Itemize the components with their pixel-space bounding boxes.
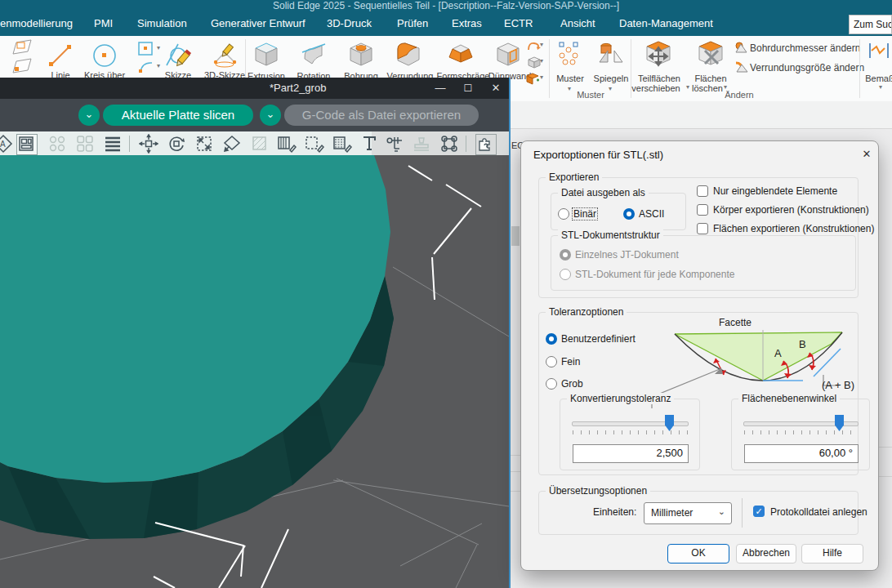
ribbon-button-rechteck[interactable]: ▾ bbox=[137, 41, 162, 60]
sketch-plane-icon bbox=[11, 57, 34, 75]
ribbon-button-spiegeln[interactable] bbox=[595, 39, 627, 75]
tab-ansicht[interactable]: Ansicht bbox=[560, 11, 595, 36]
ribbon-button-wendel[interactable]: ▾ bbox=[526, 39, 542, 57]
checkbox-protokolldatei-label[interactable]: Protokolldatei anlegen bbox=[770, 506, 867, 518]
toolbar-transform-button[interactable] bbox=[439, 134, 459, 154]
units-label: Einheiten: bbox=[593, 506, 636, 518]
radio-stl-pro-komponente-label[interactable]: STL-Dokument für jede Komponente bbox=[575, 269, 734, 280]
ribbon-button-bohrung[interactable] bbox=[346, 39, 376, 74]
toolbar-measure-button[interactable] bbox=[384, 134, 404, 154]
export-options-chevron-button[interactable]: ⌄ bbox=[260, 105, 281, 126]
tab-pmi[interactable]: PMI bbox=[94, 11, 113, 36]
angle-value-field[interactable]: 60,00 ° bbox=[744, 444, 859, 463]
units-select[interactable]: Millimeter ⌄ bbox=[644, 502, 732, 524]
checkbox-nur-eingeblendete-label[interactable]: Nur eingeblendete Elemente bbox=[713, 185, 837, 197]
conversion-slider-thumb[interactable] bbox=[665, 415, 674, 431]
side-scrollbar-thumb[interactable] bbox=[511, 226, 520, 246]
checkbox-koerper-exportieren[interactable] bbox=[697, 204, 708, 216]
toolbar-pattern-squares-button[interactable] bbox=[75, 134, 95, 154]
tab-extras[interactable]: Extras bbox=[452, 11, 482, 36]
toolbar-layers-button[interactable] bbox=[103, 134, 123, 154]
radio-binaer[interactable] bbox=[558, 208, 569, 220]
conversion-tolerance-label: Konvertierungstoleranz bbox=[567, 393, 674, 404]
ribbon-button-bemassung[interactable] bbox=[867, 41, 890, 64]
slice-options-chevron-button[interactable]: ⌄ bbox=[78, 105, 100, 126]
radio-einzelnes-jt-dokument-label[interactable]: Einzelnes JT-Dokument bbox=[575, 249, 679, 261]
ribbon-button-3d-skizze[interactable] bbox=[209, 41, 240, 74]
maximize-button[interactable]: ☐ bbox=[456, 78, 480, 99]
toolbar-pattern-circles-button[interactable] bbox=[47, 134, 67, 154]
conversion-value-field[interactable]: 2,500 bbox=[573, 444, 689, 463]
micrometer-icon bbox=[384, 134, 405, 154]
ribbon-button-formschraege[interactable] bbox=[446, 39, 475, 74]
toolbar-pan-button[interactable] bbox=[139, 134, 158, 154]
angle-slider-thumb[interactable] bbox=[835, 415, 844, 431]
close-button[interactable]: ✕ bbox=[484, 78, 508, 99]
cancel-button[interactable]: Abbrechen bbox=[736, 544, 796, 564]
puzzle-icon bbox=[476, 135, 494, 153]
ribbon-button-skizze[interactable] bbox=[163, 41, 194, 74]
export-gcode-button[interactable]: G-Code als Datei exportieren bbox=[284, 105, 479, 126]
ribbon-button-duennwand[interactable] bbox=[493, 39, 523, 74]
help-button[interactable]: Hilfe bbox=[801, 544, 863, 564]
checkbox-nur-eingeblendete[interactable] bbox=[697, 185, 708, 197]
ribbon-button-verrundung[interactable] bbox=[394, 39, 423, 74]
ribbon-button-rotation[interactable] bbox=[299, 39, 328, 74]
ribbon-button-sketch-plane-2[interactable] bbox=[11, 57, 34, 78]
checkbox-protokolldatei[interactable]: ✓ bbox=[753, 506, 765, 517]
ok-button[interactable]: OK bbox=[667, 544, 729, 564]
checkbox-flaechen-exportieren[interactable] bbox=[697, 223, 708, 234]
radio-benutzerdefiniert[interactable] bbox=[546, 333, 557, 345]
ribbon-button-teilflaechen-verschieben[interactable] bbox=[642, 38, 675, 76]
ribbon-button-muster[interactable] bbox=[555, 39, 585, 75]
view-toolbar: A bbox=[0, 131, 509, 155]
checkbox-flaechen-exportieren-label[interactable]: Flächen exportieren (Konstruktionen) bbox=[713, 223, 874, 234]
toolbar-paint-wall-button[interactable] bbox=[276, 134, 296, 154]
radio-binaer-label[interactable]: Binär bbox=[573, 208, 597, 220]
ribbon-button-kreis[interactable] bbox=[90, 41, 119, 74]
radio-grob[interactable] bbox=[546, 378, 557, 390]
tab-3d-druck[interactable]: 3D-Druck bbox=[327, 11, 372, 36]
tab-simulation[interactable]: Simulation bbox=[137, 11, 187, 36]
radio-fein-label[interactable]: Fein bbox=[561, 356, 580, 368]
radio-benutzerdefiniert-label[interactable]: Benutzerdefiniert bbox=[561, 333, 636, 345]
viewport-3d[interactable] bbox=[0, 155, 509, 588]
toolbar-paint-dashed-button[interactable] bbox=[304, 134, 323, 154]
tab-ectr[interactable]: ECTR bbox=[504, 11, 533, 36]
toolbar-addins-button[interactable] bbox=[475, 134, 497, 155]
tab-generativer-entwurf[interactable]: Generativer Entwurf bbox=[211, 11, 306, 36]
toolbar-align-view-button[interactable] bbox=[222, 134, 242, 154]
toolbar-stamp-button[interactable] bbox=[412, 134, 431, 154]
search-input[interactable]: Zum Such bbox=[849, 15, 892, 34]
ribbon-button-koerper[interactable]: ▾ bbox=[526, 56, 542, 74]
squares-grid-icon bbox=[75, 134, 95, 154]
ribbon-button-bohrdurchmesser-aendern[interactable]: Bohrdurchmesser ändern bbox=[734, 41, 748, 57]
toolbar-paint-hatch-button[interactable] bbox=[332, 134, 351, 154]
ribbon-button-flaechen-loeschen[interactable] bbox=[694, 38, 727, 76]
toolbar-rotate-button[interactable] bbox=[167, 134, 186, 154]
radio-ascii[interactable] bbox=[623, 208, 635, 220]
dialog-close-icon[interactable]: ✕ bbox=[859, 146, 875, 163]
toolbar-hatch-button[interactable] bbox=[250, 134, 270, 154]
checkbox-koerper-exportieren-label[interactable]: Körper exportieren (Konstruktionen) bbox=[713, 204, 869, 216]
ribbon-button-koerper-hinzufuegen[interactable]: ▾ bbox=[526, 72, 542, 90]
sketch-icon bbox=[163, 41, 194, 70]
radio-stl-pro-komponente[interactable] bbox=[560, 269, 571, 280]
radio-grob-label[interactable]: Grob bbox=[561, 378, 583, 390]
radio-einzelnes-jt-dokument[interactable] bbox=[560, 249, 571, 261]
ribbon-button-verrundungsgroesse-aendern[interactable]: Verrundungsgröße ändern bbox=[734, 60, 748, 77]
radio-ascii-label[interactable]: ASCII bbox=[639, 208, 664, 220]
slice-plate-button[interactable]: Aktuelle Platte slicen bbox=[103, 105, 253, 126]
toolbar-layout-button[interactable] bbox=[16, 134, 38, 155]
minimize-button[interactable]: — bbox=[428, 78, 453, 99]
toolbar-text-button[interactable] bbox=[359, 134, 379, 154]
tab-daten-management[interactable]: Daten-Management bbox=[619, 11, 713, 36]
tab-pruefen[interactable]: Prüfen bbox=[397, 11, 428, 36]
radio-fein[interactable] bbox=[546, 356, 557, 368]
toolbar-annotation-button[interactable]: A bbox=[0, 134, 13, 154]
ribbon-button-linie[interactable] bbox=[46, 41, 75, 74]
line-icon bbox=[46, 41, 75, 70]
tab-flaechenmodellierung[interactable]: enmodellierung bbox=[0, 11, 73, 36]
ribbon-button-extrusion[interactable] bbox=[252, 39, 281, 74]
toolbar-zoom-fit-button[interactable] bbox=[194, 134, 214, 154]
